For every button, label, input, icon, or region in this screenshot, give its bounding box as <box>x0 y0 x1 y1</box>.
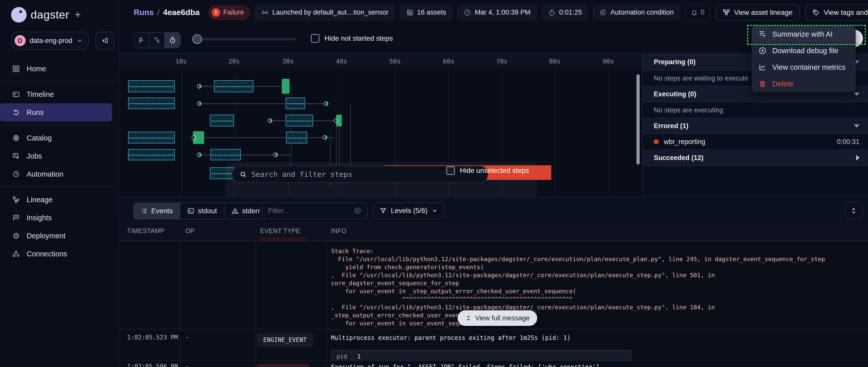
tab-events[interactable]: Events <box>134 203 180 219</box>
sidebar-item-deployment[interactable]: ⚙ Deployment <box>0 227 112 245</box>
gear-icon: ⚙ <box>11 232 21 240</box>
funnel-icon <box>380 207 387 214</box>
log-row-engine-event[interactable]: 1:02:05.523 PM - ENGINE_EVENT Multiproce… <box>120 329 868 361</box>
sidebar-item-label: Insights <box>27 214 52 222</box>
menu-item-view-container-metrics[interactable]: View container metrics <box>752 59 856 75</box>
logo-text: dagster <box>31 8 69 21</box>
tab-stdout[interactable]: stdout <box>180 203 224 219</box>
failure-icon: ! <box>212 8 220 17</box>
logo[interactable]: dagster + <box>0 0 119 23</box>
notifications-button[interactable]: 0 <box>685 4 710 21</box>
levels-filter-button[interactable]: Levels (5/6) <box>373 202 444 219</box>
workspace-selector[interactable]: D data-eng-prod <box>11 32 89 50</box>
gantt-pbox[interactable] <box>210 114 234 127</box>
sidebar-item-catalog[interactable]: Catalog <box>0 129 112 147</box>
tag-start-time[interactable]: Mar 4, 1:00:39 PM <box>457 4 537 21</box>
gantt-dot[interactable] <box>324 101 328 106</box>
log-timestamp: 1:02:05.523 PM <box>127 334 178 341</box>
view-mode-timed-button[interactable] <box>165 33 180 48</box>
gantt-pbox[interactable] <box>128 98 175 109</box>
sidebar-item-home[interactable]: Home <box>0 60 112 78</box>
run-logs: Events stdout stderr Filter… Levels (5/6… <box>120 196 868 367</box>
search-icon <box>239 171 247 178</box>
view-tags-and-config-button[interactable]: View tags and config <box>805 4 868 21</box>
view-asset-lineage-button[interactable]: View asset lineage <box>716 4 800 21</box>
gantt-dot[interactable] <box>273 153 278 157</box>
hide-unselected-checkbox[interactable] <box>446 166 455 175</box>
gantt-scrollbar[interactable] <box>637 74 640 165</box>
gantt-pbox[interactable] <box>128 80 175 92</box>
events-list-icon <box>141 207 148 214</box>
sidebar-item-label: Jobs <box>27 152 42 160</box>
gantt-toolbar: Hide not started steps <box>120 25 642 53</box>
gantt-pbox[interactable] <box>211 149 241 160</box>
gantt-pbox[interactable] <box>285 98 305 109</box>
expand-vertical-icon <box>465 315 472 321</box>
axis-tick: 80s <box>549 58 560 65</box>
gantt-pbox[interactable] <box>128 149 175 160</box>
log-row-step-failure[interactable]: Stack Trace: File "/usr/local/lib/python… <box>120 241 868 329</box>
gantt-view-mode-group <box>134 32 181 48</box>
view-mode-flat-button[interactable] <box>134 33 149 48</box>
sidebar-item-label: Lineage <box>27 196 53 204</box>
gantt-dot[interactable] <box>197 153 202 157</box>
log-row-run-failure[interactable]: 1:02:05.596 PM - RUN_FAILURE Execution o… <box>120 361 868 367</box>
event-type-badge: ENGINE_EVENT <box>257 333 313 347</box>
sidebar-item-jobs[interactable]: Jobs <box>0 147 112 165</box>
axis-tick: 60s <box>443 58 454 65</box>
tag-duration[interactable]: 0:01:25 <box>542 4 588 21</box>
gantt-plot: Search and filter steps Hide unselected … <box>120 69 642 196</box>
hide-not-started-label: Hide not started steps <box>324 34 393 42</box>
breadcrumb-runs-link[interactable]: Runs <box>134 8 154 17</box>
section-executing-empty: No steps are executing <box>643 102 868 119</box>
gantt-pbox[interactable] <box>214 80 253 92</box>
tag-automation-condition[interactable]: Automation condition <box>593 4 680 21</box>
tag-launched-by[interactable]: Launched by default_aut…tion_sensor <box>255 4 395 21</box>
sidebar-item-connections[interactable]: Connections <box>0 245 112 263</box>
gantt-dot[interactable] <box>268 119 272 123</box>
sidebar-item-lineage[interactable]: Lineage <box>0 191 112 209</box>
gantt-dot[interactable] <box>197 84 202 89</box>
gantt-dot[interactable] <box>334 119 338 123</box>
zoom-slider[interactable] <box>196 38 297 40</box>
hide-unselected-label: Hide unselected steps <box>460 167 529 175</box>
log-filter-input[interactable]: Filter… <box>262 202 367 219</box>
metadata-value: 1 <box>352 351 361 361</box>
tab-stderr[interactable]: stderr <box>224 203 267 219</box>
gantt-dot[interactable] <box>323 135 327 140</box>
zoom-slider-thumb[interactable] <box>192 34 202 44</box>
gantt-dot[interactable] <box>192 135 196 140</box>
run-id: 4eae6dba <box>163 8 200 17</box>
gantt-grid <box>181 69 182 196</box>
gantt-gbox[interactable] <box>282 79 289 94</box>
tag-assets[interactable]: 16 assets <box>400 4 453 21</box>
sidebar-item-label: Timeline <box>27 90 54 99</box>
tag-icon <box>812 9 820 16</box>
dagster-run-page: dagster + D data-eng-prod Home <box>0 0 868 367</box>
section-succeeded-header[interactable]: Succeeded (12) <box>643 150 868 166</box>
gantt-hline <box>199 103 328 104</box>
section-errored-header[interactable]: Errored (1) <box>643 119 868 134</box>
sidebar-item-timeline[interactable]: Timeline <box>0 85 112 103</box>
hide-not-started-checkbox[interactable] <box>311 34 319 43</box>
gantt-pbox[interactable] <box>286 132 307 143</box>
menu-item-delete[interactable]: Delete <box>752 75 856 92</box>
highlight-outline <box>747 25 866 45</box>
expand-log-panel-button[interactable] <box>845 202 863 220</box>
gantt-pbox[interactable] <box>285 114 313 127</box>
sidebar-item-label: Connections <box>27 250 67 258</box>
clock-icon <box>464 9 471 16</box>
gantt-pbox[interactable] <box>128 132 175 143</box>
axis-tick: 50s <box>389 58 401 65</box>
clear-filter-icon[interactable] <box>354 207 362 214</box>
collapse-sidebar-button[interactable] <box>95 32 115 50</box>
sidebar-item-runs[interactable]: Runs <box>0 103 112 122</box>
view-full-message-button[interactable]: View full message <box>458 310 537 326</box>
sidebar-item-insights[interactable]: Insights <box>0 209 112 227</box>
sidebar-item-automation[interactable]: Automation <box>0 165 112 183</box>
gantt-grid <box>555 69 555 196</box>
gantt-dot[interactable] <box>197 101 202 106</box>
view-mode-waterfall-button[interactable] <box>149 33 165 48</box>
trash-icon <box>758 80 767 88</box>
errored-step-row[interactable]: wbr_reporting 0:00:31 <box>643 134 868 150</box>
